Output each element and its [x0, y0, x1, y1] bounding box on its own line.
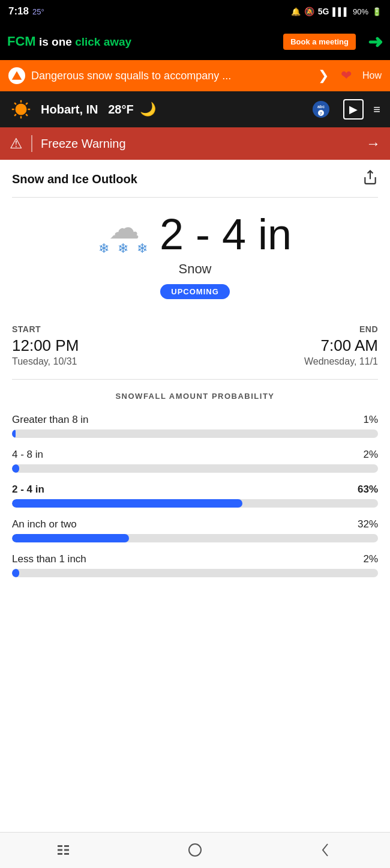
signal-icon: ▌▌▌ [332, 7, 349, 16]
prob-bar-fill [12, 569, 19, 577]
probability-row: Less than 1 inch 2% [12, 553, 378, 577]
prob-bar-background [12, 534, 378, 542]
book-meeting-button[interactable]: Book a meeting [283, 34, 356, 50]
sun-icon [10, 98, 32, 121]
svg-line-7 [26, 103, 28, 105]
cloud-icon: ☁ [109, 212, 140, 243]
svg-line-6 [26, 114, 28, 116]
nav-back-button[interactable] [307, 839, 343, 861]
mute-icon: 🔕 [304, 7, 314, 16]
status-time: 7:18 [8, 5, 29, 17]
prob-bar-background [12, 569, 378, 577]
probability-rows: Greater than 8 in 1% 4 - 8 in 2% 2 - 4 i… [12, 414, 378, 577]
times-section: START 12:00 PM Tuesday, 10/31 END 7:00 A… [0, 320, 390, 379]
status-time-temp: 7:18 25° [8, 5, 44, 17]
svg-rect-18 [64, 849, 69, 851]
hamburger-menu-icon[interactable]: ≡ [373, 103, 380, 117]
probability-row: An inch or two 32% [12, 518, 378, 542]
prob-bar-background [12, 429, 378, 438]
page-title: Snow and Ice Outlook [12, 172, 137, 186]
video-play-button[interactable]: ▶ [343, 99, 364, 120]
location-right-controls: abc 7 ▶ ≡ [308, 99, 380, 120]
start-date: Tuesday, 10/31 [12, 356, 79, 367]
svg-line-5 [14, 103, 16, 105]
badge-row: UPCOMING [12, 284, 378, 314]
prob-percentage: 63% [358, 484, 378, 496]
snow-amount-display: 2 - 4 in [160, 213, 292, 256]
svg-text:abc: abc [317, 105, 325, 109]
end-date: Wednesday, 11/1 [304, 356, 378, 367]
ad-fcm: FCM [7, 34, 36, 49]
start-label: START [12, 324, 79, 334]
svg-line-8 [14, 114, 16, 116]
upcoming-badge: UPCOMING [160, 284, 230, 299]
prob-percentage: 1% [363, 414, 378, 426]
alert-banner[interactable]: Dangerous snow squalls to accompany ... … [0, 60, 390, 91]
snowflakes-icon: ❄ ❄ ❄ [98, 241, 150, 256]
night-weather-icon: 🌙 [140, 102, 156, 117]
snow-icon-container: ☁ ❄ ❄ ❄ [98, 212, 150, 256]
status-bar: 7:18 25° 🔔 🔕 5G ▌▌▌ 90% 🔋 [0, 0, 390, 23]
prob-label: 2 - 4 in [12, 484, 44, 496]
alert-chevron-icon: ❯ [318, 68, 329, 83]
prob-label: 4 - 8 in [12, 449, 43, 461]
prob-bar-fill [12, 499, 242, 508]
end-time-block: END 7:00 AM Wednesday, 11/1 [304, 324, 378, 367]
snow-type-label: Snow [12, 261, 378, 277]
ad-click: click away [75, 35, 131, 48]
probability-row: 2 - 4 in 63% [12, 484, 378, 508]
share-button[interactable] [362, 169, 378, 189]
navigation-bar [0, 832, 390, 868]
ad-banner[interactable]: FCM is one click away Book a meeting ➜ [0, 23, 390, 60]
warning-arrow-icon: → [366, 135, 380, 152]
heart-icon: ❤ [341, 68, 352, 83]
nav-home-button[interactable] [177, 839, 213, 861]
location-bar: Hobart, IN 28°F 🌙 abc 7 ▶ ≡ [0, 91, 390, 127]
network-label: 5G [318, 7, 329, 16]
status-temperature: 25° [32, 7, 44, 16]
ad-is-one: is one [39, 35, 75, 48]
prob-label: Greater than 8 in [12, 414, 89, 426]
probability-row: Greater than 8 in 1% [12, 414, 378, 438]
svg-rect-14 [58, 845, 62, 847]
abc7-logo[interactable]: abc 7 [308, 100, 334, 118]
start-time-block: START 12:00 PM Tuesday, 10/31 [12, 324, 79, 367]
warning-divider [31, 135, 32, 152]
prob-label: An inch or two [12, 518, 77, 530]
alert-how-label[interactable]: How [362, 70, 382, 81]
end-label: END [304, 324, 378, 334]
prob-percentage: 32% [358, 518, 378, 530]
prob-bar-fill [12, 464, 19, 473]
probability-section: SNOWFALL AMOUNT PROBABILITY Greater than… [0, 380, 390, 600]
prob-percentage: 2% [363, 553, 378, 565]
prob-bar-fill [12, 534, 129, 542]
freeze-warning-banner[interactable]: ⚠ Freeze Warning → [0, 127, 390, 160]
ad-arrow-icon: ➜ [368, 31, 383, 52]
start-time: 12:00 PM [12, 336, 79, 355]
alert-text: Dangerous snow squalls to accompany ... [31, 70, 312, 82]
freeze-warning-text: Freeze Warning [41, 137, 358, 151]
warning-triangle-icon: ⚠ [10, 135, 23, 152]
svg-rect-17 [64, 845, 69, 847]
snowfall-section: ☁ ❄ ❄ ❄ 2 - 4 in Snow UPCOMING [0, 198, 390, 320]
ad-text: FCM is one click away [7, 34, 131, 49]
svg-rect-19 [64, 853, 69, 855]
snowfall-main-display: ☁ ❄ ❄ ❄ 2 - 4 in [12, 212, 378, 256]
prob-bar-fill [12, 429, 16, 438]
end-time: 7:00 AM [304, 336, 378, 355]
nav-menu-button[interactable] [47, 839, 83, 861]
status-right-icons: 🔔 🔕 5G ▌▌▌ 90% 🔋 [291, 7, 382, 16]
prob-percentage: 2% [363, 449, 378, 461]
alarm-icon: 🔔 [291, 7, 301, 16]
svg-rect-15 [58, 849, 62, 851]
alert-icon [8, 67, 25, 84]
prob-label: Less than 1 inch [12, 553, 86, 565]
probability-row: 4 - 8 in 2% [12, 449, 378, 473]
location-info: Hobart, IN 28°F 🌙 [41, 102, 300, 117]
svg-point-0 [16, 104, 27, 115]
prob-bar-background [12, 499, 378, 508]
svg-rect-20 [189, 844, 201, 856]
probability-title: SNOWFALL AMOUNT PROBABILITY [12, 392, 378, 401]
battery-icon: 🔋 [372, 7, 382, 16]
location-name: Hobart, IN 28°F [41, 103, 134, 117]
